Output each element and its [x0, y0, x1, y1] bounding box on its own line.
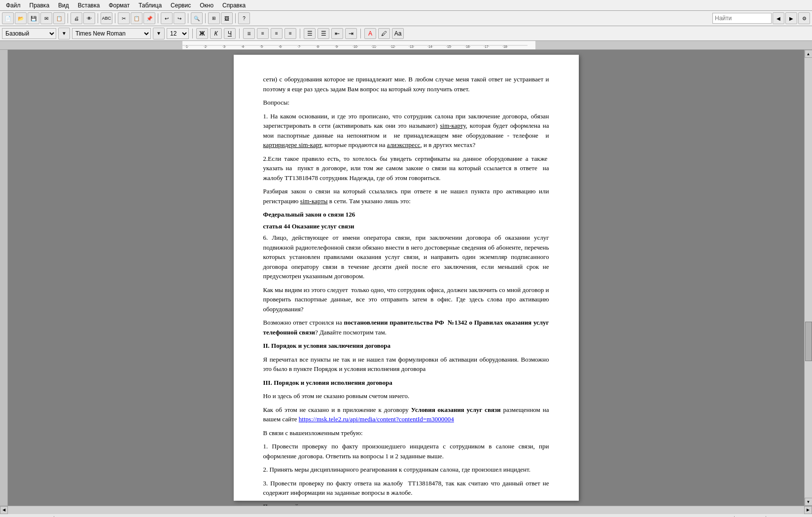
scroll-thumb[interactable] — [805, 322, 812, 361]
insert-image-button[interactable]: 🖼 — [221, 12, 233, 24]
bold-button[interactable]: Ж — [196, 28, 208, 39]
highlight-button[interactable]: 🖊 — [378, 28, 390, 39]
para-article-title: статья 44 Оказание услуг связи — [263, 222, 549, 231]
svg-text:·5·: ·5· — [260, 45, 264, 48]
h-scroll-track[interactable] — [8, 506, 804, 514]
redo-button[interactable]: ↪ — [174, 12, 185, 24]
menu-edit[interactable]: Правка — [26, 1, 54, 10]
copy-button[interactable]: 📋 — [131, 12, 142, 24]
para-demands-header: В связи с вышеизложенным требую: — [263, 428, 549, 438]
search-prev-button[interactable]: ◀ — [773, 12, 784, 24]
horizontal-scrollbar[interactable]: ◀ ▶ — [0, 506, 812, 514]
para-section2: II. Порядок и условия заключения договор… — [263, 341, 549, 351]
para-conclusion1: Как мы видим из этого следует только одн… — [263, 285, 549, 314]
pdf-button[interactable]: 📋 — [53, 12, 65, 24]
text-sim1: sim-карту — [440, 122, 465, 129]
font-color-button[interactable]: A — [364, 28, 376, 39]
para-demand1: 1. Провести проверку по факту произошедш… — [263, 442, 549, 461]
list-unordered-button[interactable]: ☰ — [304, 28, 316, 39]
scroll-up-button[interactable]: ▲ — [805, 50, 812, 58]
scroll-right-button[interactable]: ▶ — [804, 506, 812, 514]
page-wrapper: сети) с оборудования которое не принадле… — [8, 50, 804, 506]
new-button[interactable]: 📄 — [2, 12, 14, 24]
cut-button[interactable]: ✂ — [118, 12, 130, 24]
para-questions-header: Вопросы: — [263, 98, 549, 108]
status-bar: Страница 2 / 3 Обычный Русский ВСТ СТАНД… — [0, 514, 812, 517]
para-section3-text: Но и здесь об этом не сказано ровным сче… — [263, 391, 549, 401]
search-input[interactable] — [712, 13, 772, 24]
svg-text:·16·: ·16· — [465, 45, 471, 48]
main-toolbar: 📄 📂 💾 ✉ 📋 🖨 👁 ABC ✂ 📋 📌 ↩ ↪ 🔍 ⊞ 🖼 ? ◀ ▶ … — [0, 11, 812, 26]
svg-text:·14·: ·14· — [427, 45, 433, 48]
save-button[interactable]: 💾 — [28, 12, 39, 24]
svg-text:·4·: ·4· — [241, 45, 245, 48]
menu-bar: Файл Правка Вид Вставка Формат Таблица С… — [0, 0, 812, 11]
align-left-button[interactable]: ≡ — [243, 28, 255, 39]
email-button[interactable]: ✉ — [40, 12, 52, 24]
para-demand2: 2. Принять меры дисциплинарного реагиров… — [263, 465, 549, 475]
font-dropdown-btn[interactable]: ▼ — [153, 28, 165, 39]
vertical-scrollbar[interactable]: ▲ ▼ — [804, 50, 812, 506]
font-select[interactable]: Times New Roman — [72, 28, 151, 39]
spell-button[interactable]: ABC — [101, 12, 112, 24]
align-center-button[interactable]: ≡ — [257, 28, 269, 39]
svg-text:·15·: ·15· — [446, 45, 452, 48]
search-next-button[interactable]: ▶ — [785, 12, 797, 24]
para-mail-request: Письменный ответ прошу выслать по адресу… — [263, 502, 549, 506]
print-button[interactable]: 🖨 — [71, 12, 82, 24]
menu-insert[interactable]: Вставка — [74, 1, 104, 10]
menu-window[interactable]: Окно — [196, 1, 217, 10]
open-button[interactable]: 📂 — [15, 12, 27, 24]
svg-text:·12·: ·12· — [390, 45, 396, 48]
align-justify-button[interactable]: ≡ — [284, 28, 296, 39]
find-button[interactable]: 🔍 — [191, 12, 203, 24]
para-section3: III. Порядок и условия исполнения догово… — [263, 378, 549, 388]
style-dropdown-btn[interactable]: ▼ — [58, 28, 70, 39]
paragraph-style-select[interactable]: Базовый — [2, 28, 56, 39]
document-scroll-area[interactable]: сети) с оборудования которое не принадле… — [8, 50, 804, 506]
scroll-left-button[interactable]: ◀ — [0, 506, 8, 514]
help-button[interactable]: ? — [238, 12, 250, 24]
italic-button[interactable]: К — [210, 28, 222, 39]
svg-text:·18·: ·18· — [502, 45, 508, 48]
link-tele2[interactable]: https://msk.tele2.ru/api/media/content?c… — [299, 415, 454, 423]
insert-table-button[interactable]: ⊞ — [208, 12, 220, 24]
underline-button[interactable]: Ч — [224, 28, 236, 39]
scroll-track[interactable] — [805, 58, 812, 498]
list-ordered-button[interactable]: ☰ — [318, 28, 329, 39]
para-intro: сети) с оборудования которое не принадле… — [263, 74, 549, 94]
menu-format[interactable]: Формат — [105, 1, 134, 10]
align-right-button[interactable]: ≡ — [271, 28, 282, 39]
preview-button[interactable]: 👁 — [83, 12, 95, 24]
para-resolution-ref: Возможно ответ строился на постановлении… — [263, 318, 549, 337]
indent-decrease-button[interactable]: ⇤ — [331, 28, 343, 39]
sep1 — [68, 13, 68, 23]
menu-view[interactable]: Вид — [54, 1, 73, 10]
paste-button[interactable]: 📌 — [143, 12, 155, 24]
search-options-button[interactable]: ⚙ — [798, 12, 810, 24]
sep3 — [115, 13, 115, 23]
font-size-select[interactable]: 12 — [167, 28, 189, 39]
para-section2-text: Я перечитал все пункты не так и не нашел… — [263, 355, 549, 374]
char-format-button[interactable]: Aa — [392, 28, 404, 39]
svg-text:·7·: ·7· — [297, 45, 301, 48]
undo-button[interactable]: ↩ — [161, 12, 173, 24]
text-aliex: алиэкспресс — [387, 141, 421, 148]
para-law-title: Федеральный закон о связи 126 — [263, 210, 549, 220]
para-demand3: 3. Провести проверку по факту ответа на … — [263, 479, 549, 498]
menu-table[interactable]: Таблица — [135, 1, 166, 10]
sep6 — [205, 13, 206, 23]
fmt-sep2 — [239, 29, 240, 38]
indent-increase-button[interactable]: ⇥ — [345, 28, 357, 39]
svg-text:·17·: ·17· — [484, 45, 490, 48]
para-appendix-ref: Как об этом не сказано и в приложение к … — [263, 405, 549, 424]
svg-text:·1·: ·1· — [185, 45, 189, 48]
svg-text:·11·: ·11· — [371, 45, 377, 48]
document-page: сети) с оборудования которое не принадле… — [234, 55, 579, 501]
menu-help[interactable]: Справка — [218, 1, 249, 10]
menu-service[interactable]: Сервис — [167, 1, 195, 10]
menu-file[interactable]: Файл — [2, 1, 25, 10]
sep4 — [158, 13, 158, 23]
text-resolution-bold: постановлении правительства РФ №1342 о П… — [263, 319, 549, 336]
scroll-down-button[interactable]: ▼ — [805, 498, 812, 506]
